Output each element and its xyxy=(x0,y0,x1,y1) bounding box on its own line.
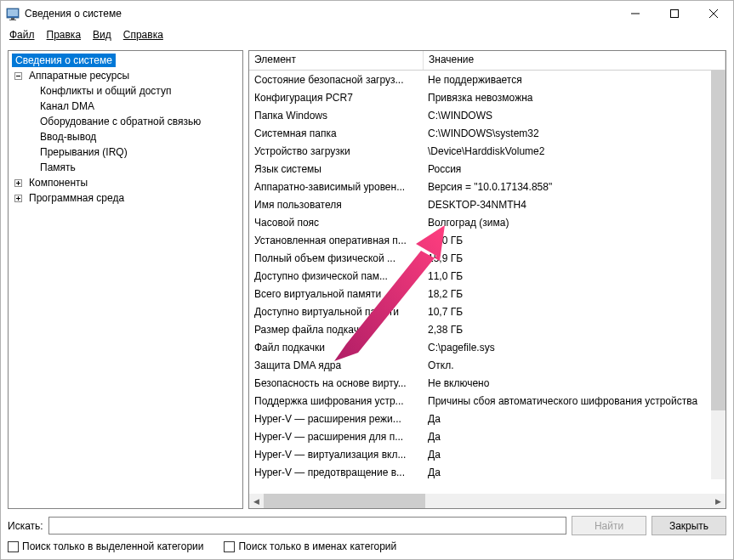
cell-element: Размер файла подкачки xyxy=(249,324,423,336)
list-row[interactable]: Состояние безопасной загруз...Не поддерж… xyxy=(249,71,725,88)
cell-value: Да xyxy=(423,467,725,478)
tree-pane[interactable]: Сведения о системе Аппаратные ресурсы Ко… xyxy=(8,50,243,509)
cell-element: Защита DMA ядра xyxy=(249,359,423,371)
app-icon xyxy=(6,7,20,20)
column-header-element[interactable]: Элемент xyxy=(249,51,424,70)
cell-element: Аппаратно-зависимый уровен... xyxy=(249,181,423,193)
cell-value: Да xyxy=(423,413,725,425)
tree-node-memory[interactable]: Память xyxy=(9,160,242,175)
cell-element: Hyper-V — расширения режи... xyxy=(249,413,423,425)
list-row[interactable]: Безопасность на основе вирту...Не включе… xyxy=(249,374,725,392)
tree-node-components[interactable]: Компоненты xyxy=(9,175,242,190)
cell-value: 10,7 ГБ xyxy=(423,306,725,318)
cell-element: Конфигурация PCR7 xyxy=(249,92,423,104)
tree-node-irq[interactable]: Прерывания (IRQ) xyxy=(9,144,242,160)
list-row[interactable]: Установленная оперативная п...16,0 ГБ xyxy=(249,231,725,249)
cell-element: Поддержка шифрования устр... xyxy=(249,395,423,407)
maximize-button[interactable] xyxy=(655,1,694,26)
cell-value: 18,2 ГБ xyxy=(423,288,725,300)
cell-element: Безопасность на основе вирту... xyxy=(249,377,423,389)
cell-value: \Device\HarddiskVolume2 xyxy=(423,145,725,157)
cell-value: Версия = "10.0.17134.858" xyxy=(423,181,725,193)
menu-file[interactable]: Файл xyxy=(4,27,40,42)
tree-label: Сведения о системе xyxy=(12,54,116,67)
vertical-scrollbar[interactable] xyxy=(711,71,725,479)
list-row[interactable]: Доступно виртуальной памяти10,7 ГБ xyxy=(249,303,725,320)
expand-icon[interactable] xyxy=(12,192,24,204)
cell-element: Hyper-V — предотвращение в... xyxy=(249,467,423,478)
window-controls xyxy=(616,1,733,26)
list-row[interactable]: Размер файла подкачки2,38 ГБ xyxy=(249,320,725,338)
expand-icon[interactable] xyxy=(12,177,24,189)
cell-value: C:\WINDOWS\system32 xyxy=(423,127,725,139)
minimize-button[interactable] xyxy=(616,1,655,26)
cell-value: Причины сбоя автоматического шифрования … xyxy=(423,395,725,407)
list-row[interactable]: Часовой поясВолгоград (зима) xyxy=(249,213,725,231)
close-button[interactable] xyxy=(694,1,733,26)
column-header-value[interactable]: Значение xyxy=(424,51,725,70)
list-row[interactable]: Поддержка шифрования устр...Причины сбоя… xyxy=(249,392,725,410)
svg-rect-1 xyxy=(8,9,18,16)
tree-node-software[interactable]: Программная среда xyxy=(9,190,242,206)
list-row[interactable]: Hyper-V — виртуализация вкл...Да xyxy=(249,445,725,463)
scrollbar-thumb[interactable] xyxy=(264,494,425,508)
tree-label: Конфликты и общий доступ xyxy=(37,84,174,98)
cell-value: Привязка невозможна xyxy=(423,92,725,104)
scroll-left-icon[interactable]: ◀ xyxy=(249,494,264,508)
list-row[interactable]: Hyper-V — расширения для п...Да xyxy=(249,427,725,445)
checkbox-icon xyxy=(224,541,235,552)
menubar: Файл Правка Вид Справка xyxy=(1,26,733,47)
tree-node-io[interactable]: Ввод-вывод xyxy=(9,129,242,144)
menu-help[interactable]: Справка xyxy=(118,27,168,42)
cell-value: Откл. xyxy=(423,359,725,371)
cell-element: Доступно физической пам... xyxy=(249,270,423,282)
scroll-right-icon[interactable]: ▶ xyxy=(711,494,725,508)
search-input[interactable] xyxy=(48,517,566,535)
list-row[interactable]: Системная папкаC:\WINDOWS\system32 xyxy=(249,124,725,142)
list-row[interactable]: Устройство загрузки\Device\HarddiskVolum… xyxy=(249,142,725,160)
list-row[interactable]: Hyper-V — расширения режи...Да xyxy=(249,410,725,427)
svg-rect-5 xyxy=(671,10,679,18)
tree-label: Программная среда xyxy=(26,191,128,205)
list-row[interactable]: Язык системыРоссия xyxy=(249,160,725,178)
tree-node-hardware[interactable]: Аппаратные ресурсы xyxy=(9,68,242,83)
list-row[interactable]: Папка WindowsC:\WINDOWS xyxy=(249,106,725,124)
cell-value: 16,0 ГБ xyxy=(423,235,725,246)
list-row[interactable]: Всего виртуальной памяти18,2 ГБ xyxy=(249,285,725,303)
menu-view[interactable]: Вид xyxy=(88,27,117,42)
close-search-button[interactable]: Закрыть xyxy=(651,516,726,535)
cell-element: Доступно виртуальной памяти xyxy=(249,306,423,318)
cell-element: Имя пользователя xyxy=(249,199,423,211)
collapse-icon[interactable] xyxy=(12,70,24,82)
list-row[interactable]: Файл подкачкиC:\pagefile.sys xyxy=(249,338,725,356)
cell-value: Не поддерживается xyxy=(423,74,725,86)
cell-element: Часовой пояс xyxy=(249,217,423,229)
find-button[interactable]: Найти xyxy=(572,516,646,535)
search-row: Искать: Найти Закрыть xyxy=(1,511,733,537)
tree-node-conflicts[interactable]: Конфликты и общий доступ xyxy=(9,83,242,99)
checkbox-search-category-names[interactable]: Поиск только в именах категорий xyxy=(224,540,396,552)
menu-edit[interactable]: Правка xyxy=(42,27,87,42)
list-row[interactable]: Hyper-V — предотвращение в...Да xyxy=(249,463,725,481)
cell-element: Файл подкачки xyxy=(249,342,423,354)
list-row[interactable]: Полный объем физической ...15,9 ГБ xyxy=(249,249,725,267)
list-row[interactable]: Конфигурация PCR7Привязка невозможна xyxy=(249,88,725,106)
checkbox-search-selected-category[interactable]: Поиск только в выделенной категории xyxy=(8,540,203,552)
tree-node-system-summary[interactable]: Сведения о системе xyxy=(9,53,242,68)
list-header: Элемент Значение xyxy=(249,51,725,71)
list-row[interactable]: Имя пользователяDESKTOP-34NMTH4 xyxy=(249,195,725,213)
cell-value: Волгоград (зима) xyxy=(423,217,725,229)
cell-value: DESKTOP-34NMTH4 xyxy=(423,199,725,211)
list-row[interactable]: Аппаратно-зависимый уровен...Версия = "1… xyxy=(249,178,725,195)
tree-node-dma[interactable]: Канал DMA xyxy=(9,99,242,114)
cell-element: Язык системы xyxy=(249,163,423,175)
tree-node-forced-hw[interactable]: Оборудование с обратной связью xyxy=(9,114,242,129)
scrollbar-track[interactable] xyxy=(264,494,711,508)
cell-value: Да xyxy=(423,449,725,461)
list-row[interactable]: Защита DMA ядраОткл. xyxy=(249,356,725,374)
cell-value: 11,0 ГБ xyxy=(423,270,725,282)
list-row[interactable]: Доступно физической пам...11,0 ГБ xyxy=(249,267,725,285)
horizontal-scrollbar[interactable]: ◀ ▶ xyxy=(249,494,725,508)
list-body[interactable]: Состояние безопасной загруз...Не поддерж… xyxy=(249,71,725,494)
scrollbar-thumb[interactable] xyxy=(711,71,725,410)
